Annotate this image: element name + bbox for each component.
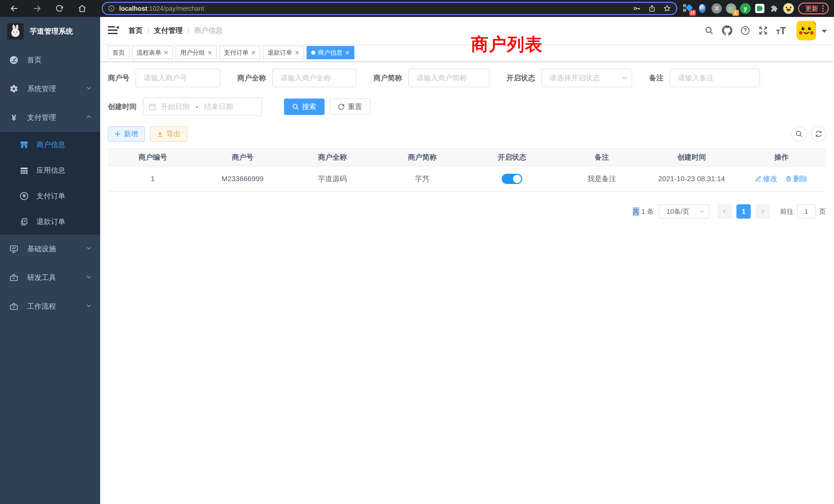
date-range-picker[interactable]: 开始日期 - 结束日期 bbox=[143, 97, 262, 116]
extension-command-icon[interactable]: ⌘ bbox=[711, 3, 722, 14]
tab-refund-orders[interactable]: 退款订单 bbox=[263, 46, 304, 59]
navbar-actions bbox=[704, 21, 827, 40]
avatar-caret-down-icon[interactable] bbox=[822, 26, 827, 36]
delete-link[interactable]: 删除 bbox=[786, 174, 808, 184]
close-icon[interactable] bbox=[345, 50, 350, 55]
search-icon[interactable] bbox=[704, 25, 715, 36]
close-icon[interactable] bbox=[251, 50, 256, 55]
tab-process-form[interactable]: 流程表单 bbox=[132, 46, 173, 59]
plus-icon bbox=[114, 131, 121, 137]
total-count: 1 bbox=[641, 208, 645, 215]
tab-label: 商户信息 bbox=[318, 48, 343, 57]
sidebar-item-infrastructure[interactable]: 基础设施 bbox=[0, 234, 100, 263]
edit-link[interactable]: 修改 bbox=[755, 174, 777, 184]
tab-merchant-info[interactable]: 商户信息 bbox=[307, 46, 354, 59]
sidebar-item-dev-tools[interactable]: 研发工具 bbox=[0, 263, 100, 292]
extensions-puzzle-icon[interactable] bbox=[769, 3, 780, 14]
goto-page-input[interactable] bbox=[797, 204, 815, 219]
export-button[interactable]: 导出 bbox=[150, 126, 188, 142]
add-button[interactable]: 新增 bbox=[108, 126, 145, 142]
monitor-chart-icon bbox=[9, 244, 19, 254]
help-icon[interactable] bbox=[740, 25, 751, 36]
sidebar-item-payment[interactable]: ¥ 支付管理 bbox=[0, 103, 100, 132]
col-header-id: 商户编号 bbox=[108, 148, 198, 166]
url-text: localhost:1024/pay/merchant bbox=[119, 5, 204, 12]
extension-y-icon[interactable]: y bbox=[740, 3, 751, 14]
refresh-table-button[interactable] bbox=[811, 126, 826, 142]
refresh-icon bbox=[338, 104, 345, 110]
sidebar-item-label: 商户信息 bbox=[37, 140, 65, 150]
extension-recorder-icon[interactable]: 1 bbox=[726, 3, 737, 14]
site-info-icon[interactable] bbox=[108, 5, 115, 12]
extension-balloon-icon[interactable] bbox=[697, 3, 708, 14]
sidebar-item-label: 支付订单 bbox=[37, 191, 65, 201]
bookmark-star-icon[interactable] bbox=[663, 4, 671, 13]
select-placeholder: 请选择开启状态 bbox=[549, 73, 621, 83]
status-toggle[interactable] bbox=[502, 174, 522, 184]
breadcrumb-payment[interactable]: 支付管理 bbox=[154, 26, 183, 36]
tab-user-group[interactable]: 用户分组 bbox=[176, 46, 217, 59]
user-avatar-pikachu[interactable] bbox=[796, 21, 816, 40]
browser-menu-kebab-icon[interactable] bbox=[822, 5, 824, 12]
tab-pay-orders[interactable]: 支付订单 bbox=[219, 46, 260, 59]
fullscreen-icon[interactable] bbox=[758, 25, 769, 36]
sidebar-item-pay-orders[interactable]: ¥ 支付订单 bbox=[0, 183, 100, 209]
cell-create-time: 2021-10-23 08:31:14 bbox=[647, 166, 737, 192]
toolbar-right-actions bbox=[791, 126, 826, 142]
tab-home[interactable]: 首页 bbox=[108, 46, 129, 59]
browser-forward-button[interactable] bbox=[31, 2, 43, 15]
extension-chat-icon[interactable] bbox=[754, 3, 765, 14]
address-bar[interactable]: localhost:1024/pay/merchant bbox=[102, 2, 677, 15]
profile-emoji-avatar[interactable] bbox=[783, 3, 794, 14]
browser-update-button[interactable]: 更新 bbox=[798, 3, 829, 14]
page-number-current[interactable]: 1 bbox=[737, 204, 751, 219]
close-icon[interactable] bbox=[164, 50, 169, 55]
github-icon[interactable] bbox=[722, 25, 733, 36]
filter-short-name: 商户简称 bbox=[373, 69, 489, 87]
cell-short-name: 芋艿 bbox=[377, 166, 467, 192]
close-icon[interactable] bbox=[207, 50, 212, 55]
close-icon[interactable] bbox=[295, 50, 300, 55]
sidebar-item-app-info[interactable]: 应用信息 bbox=[0, 158, 100, 183]
merchant-no-input[interactable] bbox=[136, 69, 220, 87]
field-label: 商户全称 bbox=[237, 73, 272, 83]
sidebar-logo[interactable]: 芋道管理系统 bbox=[0, 17, 100, 46]
page-size-label: 10条/页 bbox=[666, 207, 699, 216]
field-label: 开启状态 bbox=[506, 73, 541, 83]
chevron-down-icon bbox=[86, 245, 92, 253]
total-unit: 条 bbox=[647, 207, 654, 216]
sidebar-item-merchant-info[interactable]: 商户信息 bbox=[0, 132, 100, 158]
export-button-label: 导出 bbox=[167, 129, 181, 139]
table-toolbar: 新增 导出 bbox=[108, 126, 826, 142]
reset-button[interactable]: 重置 bbox=[330, 98, 370, 115]
sidebar-item-refund-orders[interactable]: 退款订单 bbox=[0, 209, 100, 234]
chevron-down-icon bbox=[699, 209, 705, 214]
share-icon[interactable] bbox=[648, 4, 656, 13]
next-page-button[interactable] bbox=[755, 204, 770, 219]
cell-actions: 修改 删除 bbox=[737, 166, 826, 192]
prev-page-button[interactable] bbox=[718, 204, 732, 219]
short-name-input[interactable] bbox=[408, 69, 489, 87]
search-button[interactable]: 搜索 bbox=[284, 98, 325, 115]
sidebar-fold-icon[interactable] bbox=[108, 25, 119, 36]
sidebar-item-home[interactable]: 首页 bbox=[0, 46, 100, 74]
browser-chrome: localhost:1024/pay/merchant 10 ⌘ 1 y bbox=[0, 0, 834, 17]
remark-input[interactable] bbox=[670, 69, 760, 87]
status-select[interactable]: 请选择开启状态 bbox=[541, 69, 632, 87]
breadcrumb-home[interactable]: 首页 bbox=[128, 26, 143, 36]
font-size-icon[interactable] bbox=[775, 25, 787, 36]
password-key-icon[interactable] bbox=[633, 4, 641, 13]
extension-layers-icon[interactable]: 10 bbox=[682, 3, 693, 14]
sidebar-item-workflow[interactable]: 工作流程 bbox=[0, 292, 100, 321]
browser-back-button[interactable] bbox=[8, 2, 21, 15]
filter-row-2: 创建时间 开始日期 - 结束日期 搜索 重置 bbox=[108, 97, 826, 116]
show-search-toggle-button[interactable] bbox=[791, 126, 807, 142]
sidebar-item-system[interactable]: 系统管理 bbox=[0, 74, 100, 103]
full-name-input[interactable] bbox=[272, 69, 356, 87]
page-size-select[interactable]: 10条/页 bbox=[659, 204, 709, 219]
filter-remark: 备注 bbox=[649, 69, 760, 87]
browser-reload-button[interactable] bbox=[53, 2, 66, 15]
chevron-down-icon bbox=[621, 75, 628, 81]
extension-badge: 10 bbox=[689, 10, 696, 16]
browser-home-button[interactable] bbox=[76, 2, 88, 15]
